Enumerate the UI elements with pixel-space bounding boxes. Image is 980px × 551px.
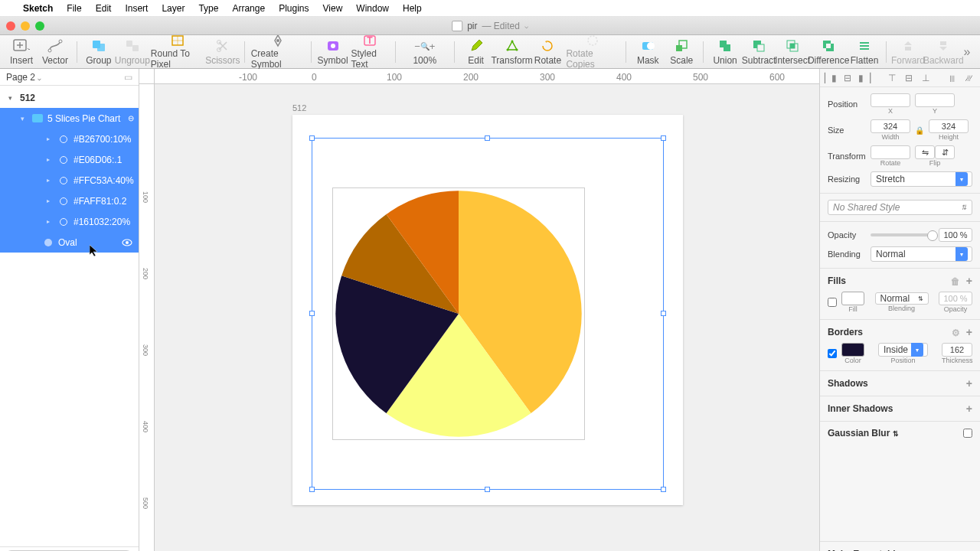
resize-handle[interactable]: [309, 311, 315, 316]
visibility-icon[interactable]: [122, 237, 132, 248]
y-field[interactable]: [915, 93, 955, 107]
align-center-v-icon[interactable]: ⊟: [903, 72, 915, 84]
add-border-button[interactable]: +: [966, 326, 972, 338]
border-color-swatch[interactable]: [841, 343, 864, 357]
union-button[interactable]: Union: [710, 37, 740, 67]
edit-button[interactable]: Edit: [461, 37, 492, 67]
resize-handle[interactable]: [661, 311, 666, 316]
toolbar-overflow-icon[interactable]: »: [963, 45, 974, 59]
resize-handle[interactable]: [661, 135, 666, 141]
menu-layer[interactable]: Layer: [162, 3, 185, 14]
svg-point-2: [59, 40, 62, 43]
distribute-v-icon[interactable]: ⫻: [963, 72, 975, 84]
add-inner-shadow-button[interactable]: +: [966, 403, 972, 415]
scale-button[interactable]: Scale: [666, 37, 697, 67]
layer-shape[interactable]: ▸ #E06D06:.1: [0, 149, 139, 170]
transform-button[interactable]: Transform: [495, 37, 530, 67]
menu-window[interactable]: Window: [356, 3, 389, 14]
backward-button[interactable]: Backward: [926, 37, 961, 67]
opacity-field[interactable]: 100 %: [939, 228, 972, 242]
layer-shape[interactable]: ▸ #B26700:10%: [0, 129, 139, 149]
trash-icon[interactable]: 🗑: [951, 276, 960, 287]
layer-shape[interactable]: ▸ #FFC53A:40%: [0, 170, 139, 191]
resize-handle[interactable]: [309, 487, 315, 492]
mask-button[interactable]: Mask: [632, 37, 663, 67]
menu-file[interactable]: File: [67, 3, 81, 14]
align-top-icon[interactable]: ⊤: [886, 72, 898, 84]
resize-handle[interactable]: [661, 487, 666, 492]
blending-select[interactable]: Normal▾: [871, 246, 972, 262]
menu-insert[interactable]: Insert: [125, 3, 148, 14]
border-enabled-checkbox[interactable]: [828, 349, 837, 358]
layer-oval[interactable]: Oval: [0, 232, 139, 253]
flip-v-button[interactable]: ⇵: [935, 145, 955, 159]
flip-h-button[interactable]: ⇋: [915, 145, 935, 159]
blur-enabled-checkbox[interactable]: [963, 429, 972, 438]
round-to-pixel-button[interactable]: Round To Pixel: [151, 37, 204, 67]
canvas[interactable]: -100 0 100 200 300 400 500 600 100 200 3…: [139, 69, 819, 551]
app-name[interactable]: Sketch: [23, 3, 53, 14]
menu-arrange[interactable]: Arrange: [232, 3, 265, 14]
shared-style-select[interactable]: No Shared Style⇅: [828, 200, 972, 215]
insert-button[interactable]: Insert: [6, 37, 37, 67]
fill-color-swatch[interactable]: [841, 292, 864, 305]
fill-enabled-checkbox[interactable]: [828, 298, 837, 307]
artboard-label[interactable]: 512: [292, 103, 306, 112]
layer-group[interactable]: ▾ 5 Slices Pie Chart ⊖: [0, 108, 139, 129]
layer-shape[interactable]: ▸ #161032:20%: [0, 211, 139, 232]
pages-toggle-icon[interactable]: ▭: [124, 72, 132, 83]
scissors-button[interactable]: Scissors: [207, 37, 238, 67]
distribute-h-icon[interactable]: ⫼: [946, 72, 959, 84]
align-center-h-icon[interactable]: ⊟: [841, 72, 854, 84]
resizing-select[interactable]: Stretch▾: [871, 171, 972, 187]
menu-plugins[interactable]: Plugins: [279, 3, 309, 14]
add-export-button[interactable]: +: [966, 548, 972, 551]
zoom-control[interactable]: − 🔍 +100%: [402, 37, 448, 67]
layer-shape[interactable]: ▸ #FAFF81:0.2: [0, 191, 139, 211]
menu-view[interactable]: View: [323, 3, 343, 14]
chevron-down-icon[interactable]: ⌵: [524, 22, 528, 30]
styled-text-button[interactable]: TStyled Text: [351, 37, 389, 67]
ungroup-button[interactable]: Ungroup: [117, 37, 148, 67]
flatten-button[interactable]: Flatten: [849, 37, 880, 67]
forward-button[interactable]: Forward: [893, 37, 923, 67]
x-field[interactable]: [871, 93, 910, 107]
position-label: Position: [828, 99, 866, 109]
symbol-button[interactable]: Symbol: [318, 37, 348, 67]
fill-blending-select[interactable]: Normal⇅: [875, 292, 929, 305]
group-button[interactable]: Group: [83, 37, 114, 67]
resize-handle[interactable]: [485, 135, 490, 141]
page-selector[interactable]: Page 2 ⌵ ▭: [0, 69, 139, 86]
vector-button[interactable]: Vector: [40, 37, 70, 67]
menu-type[interactable]: Type: [198, 3, 218, 14]
border-thickness-field[interactable]: 162: [942, 343, 972, 357]
resize-handle[interactable]: [309, 135, 315, 141]
add-shadow-button[interactable]: +: [966, 377, 972, 390]
layer-artboard[interactable]: ▾ 512: [0, 87, 139, 108]
maximize-button[interactable]: [35, 21, 44, 31]
subtract-button[interactable]: Subtract: [743, 37, 774, 67]
difference-button[interactable]: Difference: [811, 37, 846, 67]
lock-icon[interactable]: 🔒: [915, 126, 924, 135]
fill-opacity-field[interactable]: 100 %: [939, 292, 972, 305]
opacity-slider[interactable]: [871, 233, 934, 236]
align-left-icon[interactable]: ▏▮: [825, 72, 837, 84]
menu-edit[interactable]: Edit: [96, 3, 112, 14]
close-button[interactable]: [6, 21, 15, 31]
align-right-icon[interactable]: ▮▕: [858, 72, 871, 84]
rotate-copies-button[interactable]: Rotate Copies: [566, 37, 619, 67]
rotate-button[interactable]: Rotate: [532, 37, 563, 67]
height-field[interactable]: 324: [929, 119, 969, 133]
blur-header: Gaussian Blur ⇅: [828, 428, 899, 439]
gear-icon[interactable]: ⚙: [952, 328, 960, 338]
rotate-field[interactable]: [871, 145, 910, 159]
minimize-button[interactable]: [21, 21, 30, 31]
align-bottom-icon[interactable]: ⊥: [920, 72, 932, 84]
width-field[interactable]: 324: [871, 119, 910, 133]
add-fill-button[interactable]: +: [966, 275, 972, 287]
create-symbol-button[interactable]: Create Symbol: [251, 37, 305, 67]
intersect-button[interactable]: Intersect: [777, 37, 808, 67]
menu-help[interactable]: Help: [403, 3, 422, 14]
resize-handle[interactable]: [485, 487, 490, 492]
border-position-select[interactable]: Inside▾: [878, 343, 928, 357]
